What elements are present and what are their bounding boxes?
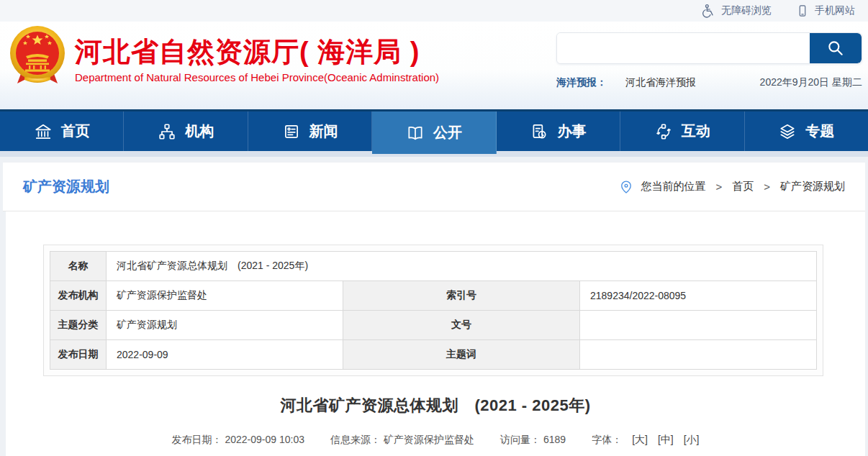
nav-label: 机构: [185, 122, 214, 141]
mobile-site-link[interactable]: 手机网站: [796, 4, 855, 18]
visits-group: 访问量： 6189: [500, 434, 566, 447]
location-pin-icon: [619, 180, 633, 194]
forecast-link[interactable]: 河北省海洋预报: [625, 76, 696, 89]
nav-label: 办事: [557, 122, 586, 141]
header-right: 海洋预报： 河北省海洋预报 2022年9月20日 星期二: [556, 32, 862, 89]
nav-label: 公开: [433, 123, 462, 142]
index-label: 索引号: [343, 281, 580, 311]
brand-text: 河北省自然资源厅( 海洋局 ) Department of Natural Re…: [75, 29, 439, 83]
location-label: 您当前的位置: [641, 180, 705, 193]
source-group: 信息来源： 矿产资源保护监督处: [330, 434, 474, 447]
page-section-title: 矿产资源规划: [23, 177, 109, 196]
article-title: 河北省矿产资源总体规划 (2021 - 2025年): [6, 395, 865, 416]
org-value: 矿产资源保护监督处: [107, 281, 343, 311]
name-label: 名称: [50, 252, 107, 281]
pubdate-value: 2022-09-09: [107, 340, 343, 370]
font-size-group: 字体： [大] [中] [小]: [592, 434, 699, 447]
news-icon: [282, 122, 301, 141]
table-row: 发布机构 矿产资源保护监督处 索引号 2189234/2022-08095: [50, 281, 817, 311]
table-row: 主题分类 矿产资源规划 文号: [50, 311, 817, 340]
font-size-label: 字体：: [592, 434, 622, 447]
mobile-site-label: 手机网站: [815, 4, 855, 17]
breadcrumb-home[interactable]: 首页: [732, 180, 754, 193]
document-info-table: 名称 河北省矿产资源总体规划 (2021 - 2025年) 发布机构 矿产资源保…: [50, 251, 817, 370]
breadcrumb-separator: >: [715, 181, 722, 193]
source-label: 信息来源：: [330, 434, 381, 447]
breadcrumb-current: 矿产资源规划: [780, 180, 845, 193]
nav-label: 新闻: [309, 122, 338, 141]
category-label: 主题分类: [50, 311, 107, 340]
pubdate-label: 发布日期: [50, 340, 107, 370]
mobile-phone-icon: [796, 4, 809, 18]
header-date: 2022年9月20日 星期二: [760, 76, 862, 89]
font-size-small-button[interactable]: [小]: [684, 434, 700, 447]
table-row: 发布日期 2022-09-09 主题词: [50, 340, 817, 370]
content-panel: 名称 河北省矿产资源总体规划 (2021 - 2025年) 发布机构 矿产资源保…: [6, 211, 865, 456]
search-box: [556, 32, 862, 64]
nav-label: 首页: [61, 122, 90, 141]
keywords-value: [580, 340, 817, 370]
article-meta-row: 发布日期： 2022-09-09 10:03 信息来源： 矿产资源保护监督处 访…: [6, 434, 865, 447]
nav-item-services[interactable]: 办事: [497, 111, 620, 151]
org-label: 发布机构: [50, 281, 107, 311]
interact-icon: [654, 122, 673, 141]
org-chart-icon: [158, 122, 176, 141]
accessibility-link[interactable]: 无障碍浏览: [701, 4, 772, 18]
home-icon: [34, 122, 53, 141]
nav-label: 专题: [805, 122, 834, 141]
visits-value: 6189: [543, 434, 566, 447]
publish-date-group: 发布日期： 2022-09-09 10:03: [171, 434, 304, 447]
nav-label: 互动: [682, 122, 710, 141]
main-nav: 首页 机构 新闻 公开 办事: [0, 109, 868, 151]
document-info-box: 名称 河北省矿产资源总体规划 (2021 - 2025年) 发布机构 矿产资源保…: [43, 245, 823, 376]
search-button[interactable]: [810, 33, 862, 63]
nav-item-public[interactable]: 公开: [372, 111, 496, 154]
search-input[interactable]: [557, 33, 810, 63]
docnum-label: 文号: [343, 311, 580, 340]
layers-icon: [778, 122, 797, 141]
publish-date-label: 发布日期：: [171, 434, 222, 447]
site-brand: 河北省自然资源厅( 海洋局 ) Department of Natural Re…: [9, 23, 439, 89]
breadcrumb: 您当前的位置 > 首页 > 矿产资源规划: [619, 180, 845, 194]
site-title: 河北省自然资源厅( 海洋局 ): [75, 36, 439, 68]
category-value: 矿产资源规划: [107, 311, 343, 340]
site-subtitle: Department of Natural Resources of Hebei…: [75, 71, 439, 83]
table-row: 名称 河北省矿产资源总体规划 (2021 - 2025年): [50, 252, 817, 281]
font-size-large-button[interactable]: [大]: [632, 434, 648, 447]
forecast-row: 海洋预报： 河北省海洋预报 2022年9月20日 星期二: [556, 76, 862, 89]
docnum-value: [580, 311, 817, 340]
wheelchair-icon: [701, 4, 715, 18]
nav-item-home[interactable]: 首页: [0, 111, 124, 151]
publish-date-value: 2022-09-09 10:03: [225, 434, 304, 447]
index-value: 2189234/2022-08095: [580, 281, 817, 311]
name-value: 河北省矿产资源总体规划 (2021 - 2025年): [107, 252, 817, 281]
top-utility-bar: 无障碍浏览 手机网站: [0, 0, 868, 22]
breadcrumb-separator: >: [764, 181, 770, 193]
nav-item-news[interactable]: 新闻: [248, 111, 372, 151]
nav-item-interact[interactable]: 互动: [620, 111, 744, 151]
open-book-icon: [406, 124, 425, 142]
breadcrumb-bar: 矿产资源规划 您当前的位置 > 首页 > 矿产资源规划: [3, 163, 865, 211]
nav-item-org[interactable]: 机构: [124, 111, 248, 151]
nav-item-topics[interactable]: 专题: [745, 111, 868, 151]
visits-label: 访问量：: [500, 434, 541, 447]
search-icon: [826, 39, 845, 58]
forecast-label: 海洋预报：: [556, 76, 607, 89]
accessibility-label: 无障碍浏览: [721, 4, 772, 17]
national-emblem-logo: [9, 23, 66, 89]
font-size-medium-button[interactable]: [中]: [658, 434, 674, 447]
tasks-icon: [530, 122, 548, 141]
source-value: 矿产资源保护监督处: [384, 434, 474, 447]
keywords-label: 主题词: [343, 340, 580, 370]
site-header: 河北省自然资源厅( 海洋局 ) Department of Natural Re…: [0, 22, 868, 109]
